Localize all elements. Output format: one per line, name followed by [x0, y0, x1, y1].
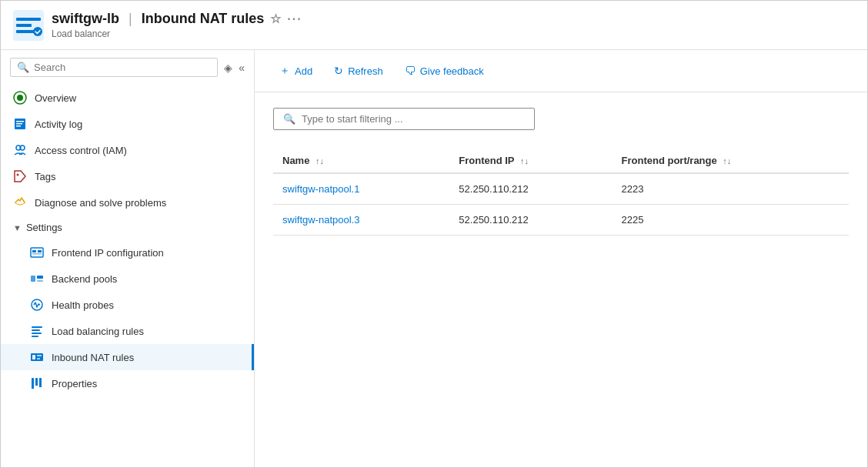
diagnose-icon [13, 196, 27, 209]
frontend-ip-icon [30, 246, 44, 259]
svg-point-21 [32, 299, 42, 310]
svg-rect-10 [16, 125, 21, 127]
resource-icon [13, 10, 44, 41]
inbound-nat-icon [30, 350, 44, 364]
sidebar-item-lb-rules-label: Load balancing rules [52, 326, 144, 337]
favorite-icon[interactable]: ☆ [270, 12, 281, 26]
sidebar-item-properties-label: Properties [52, 378, 97, 389]
body: 🔍 ◈ « Overview Activity log [1, 50, 867, 467]
sidebar-item-properties[interactable]: Properties [1, 370, 254, 396]
sidebar-item-inbound-nat[interactable]: Inbound NAT rules [1, 344, 254, 370]
resource-name: swiftgw-lb [52, 11, 119, 27]
svg-rect-22 [32, 326, 42, 328]
sidebar-item-health-label: Health probes [52, 299, 114, 311]
search-input[interactable] [34, 62, 211, 73]
search-icon: 🔍 [17, 62, 29, 73]
sort-icon-frontend-ip: ↑↓ [520, 156, 529, 165]
refresh-icon: ↻ [334, 65, 343, 77]
sort-icon-name: ↑↓ [315, 156, 324, 165]
sidebar-item-diagnose[interactable]: Diagnose and solve problems [1, 189, 254, 216]
svg-rect-31 [35, 378, 38, 386]
filter-search-icon: 🔍 [283, 113, 295, 125]
sidebar-item-iam-label: Access control (IAM) [35, 145, 127, 156]
row-frontend-ip-cell: 52.250.110.212 [449, 173, 612, 205]
svg-rect-9 [16, 123, 22, 125]
filter-box[interactable]: 🔍 [273, 108, 535, 130]
svg-rect-24 [32, 333, 42, 334]
overview-icon [13, 91, 27, 105]
svg-rect-32 [39, 378, 42, 387]
sidebar-item-activity-log-label: Activity log [35, 119, 82, 130]
feedback-icon: 🗨 [405, 65, 416, 77]
svg-rect-28 [37, 355, 42, 356]
refresh-label: Refresh [348, 65, 383, 77]
row-frontend-port-cell: 2223 [613, 173, 849, 205]
svg-rect-8 [16, 121, 24, 122]
feedback-button[interactable]: 🗨 Give feedback [396, 60, 493, 82]
lb-rules-icon [30, 324, 44, 338]
column-header-name[interactable]: Name ↑↓ [273, 149, 449, 173]
table-header-row: Name ↑↓ Frontend IP ↑↓ Frontend port/ran… [273, 149, 849, 173]
svg-point-13 [17, 174, 19, 176]
svg-rect-25 [32, 336, 38, 337]
app-container: swiftgw-lb | Inbound NAT rules ☆ ··· Loa… [0, 0, 868, 468]
sidebar-item-frontend-ip[interactable]: Frontend IP configuration [1, 239, 254, 266]
svg-rect-16 [38, 250, 42, 252]
svg-rect-23 [32, 329, 40, 331]
sidebar-item-lb-rules[interactable]: Load balancing rules [1, 318, 254, 344]
svg-rect-20 [37, 280, 43, 282]
row-frontend-ip-cell: 52.250.110.212 [449, 205, 612, 236]
svg-rect-1 [16, 18, 41, 21]
row-frontend-port-cell: 2225 [613, 205, 849, 236]
sidebar-item-diagnose-label: Diagnose and solve problems [35, 197, 166, 209]
pin-icon[interactable]: ◈ [224, 62, 232, 74]
collapse-icon[interactable]: « [239, 62, 245, 74]
svg-rect-29 [37, 358, 40, 359]
content-area: 🔍 Name ↑↓ Frontend IP ↑↓ [255, 92, 867, 251]
refresh-button[interactable]: ↻ Refresh [325, 60, 392, 82]
sidebar-item-backend-label: Backend pools [52, 273, 117, 285]
table-row: swiftgw-natpool.1 52.250.110.212 2223 [273, 173, 849, 205]
settings-label: Settings [26, 222, 62, 233]
add-label: Add [295, 65, 312, 77]
resource-subtitle: Load balancer [52, 28, 302, 39]
settings-section-header[interactable]: ▼ Settings [1, 216, 254, 239]
svg-rect-2 [16, 24, 32, 27]
sidebar-item-activity-log[interactable]: Activity log [1, 111, 254, 137]
sidebar-item-overview[interactable]: Overview [1, 85, 254, 111]
sidebar-item-health-probes[interactable]: Health probes [1, 292, 254, 318]
search-box[interactable]: 🔍 [10, 58, 218, 77]
sidebar-item-tags[interactable]: Tags [1, 163, 254, 189]
tags-icon [13, 169, 27, 183]
sidebar: 🔍 ◈ « Overview Activity log [1, 50, 255, 467]
svg-rect-19 [37, 276, 43, 279]
row-name-cell[interactable]: swiftgw-natpool.3 [273, 205, 449, 236]
more-options-icon[interactable]: ··· [287, 12, 302, 26]
add-button[interactable]: ＋ Add [270, 59, 322, 82]
header-separator: | [129, 11, 132, 27]
page-title: Inbound NAT rules [142, 11, 265, 27]
header-title-block: swiftgw-lb | Inbound NAT rules ☆ ··· Loa… [52, 11, 302, 39]
svg-rect-17 [32, 253, 42, 255]
main-content: ＋ Add ↻ Refresh 🗨 Give feedback 🔍 [255, 50, 867, 467]
row-name-cell[interactable]: swiftgw-natpool.1 [273, 173, 449, 205]
sidebar-item-frontend-ip-label: Frontend IP configuration [52, 247, 164, 259]
page-header: swiftgw-lb | Inbound NAT rules ☆ ··· Loa… [1, 1, 867, 50]
sidebar-item-access-control[interactable]: Access control (IAM) [1, 137, 254, 163]
filter-input[interactable] [302, 113, 525, 125]
sort-icon-frontend-port: ↑↓ [723, 156, 731, 165]
sidebar-item-backend-pools[interactable]: Backend pools [1, 266, 254, 292]
feedback-label: Give feedback [420, 65, 484, 77]
column-header-frontend-ip[interactable]: Frontend IP ↑↓ [449, 149, 612, 173]
properties-icon [30, 376, 44, 390]
search-area: 🔍 ◈ « [1, 50, 254, 85]
iam-icon [13, 143, 27, 157]
column-header-frontend-port[interactable]: Frontend port/range ↑↓ [613, 149, 849, 173]
sidebar-item-tags-label: Tags [35, 171, 55, 182]
svg-point-4 [33, 27, 42, 36]
toolbar: ＋ Add ↻ Refresh 🗨 Give feedback [255, 50, 867, 92]
health-probes-icon [30, 298, 44, 312]
svg-point-6 [17, 95, 23, 101]
svg-rect-15 [32, 250, 36, 252]
header-title: swiftgw-lb | Inbound NAT rules ☆ ··· [52, 11, 302, 27]
